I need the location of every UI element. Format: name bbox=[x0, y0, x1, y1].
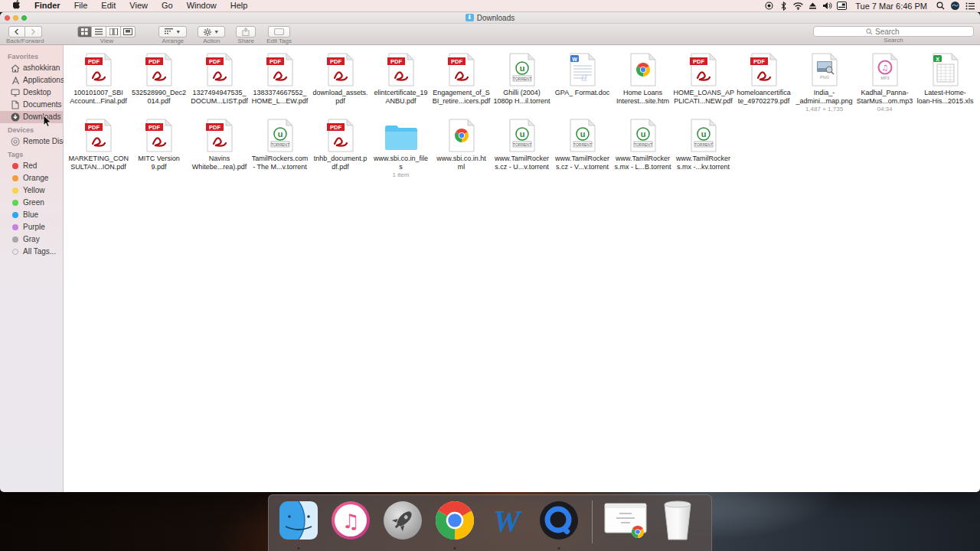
pdf-file-icon: PDF bbox=[85, 47, 113, 86]
record-icon[interactable] bbox=[763, 1, 775, 11]
file-item[interactable]: PDFHOME_LOANS_AP PLICATI...NEW.pdf bbox=[673, 47, 733, 112]
dock-item-chrome[interactable] bbox=[433, 500, 477, 544]
file-name: India_- _admini...map.png bbox=[795, 89, 852, 105]
menu-clock[interactable]: Tue 7 Mar 6:46 PM bbox=[851, 2, 932, 11]
file-item[interactable]: PDFtnhb_document.p df.pdf bbox=[310, 112, 371, 178]
word-icon: W bbox=[486, 500, 528, 544]
file-item[interactable]: WaGPA_ Format.doc bbox=[552, 47, 612, 112]
menu-item-window[interactable]: Window bbox=[180, 1, 224, 10]
sidebar-item-green[interactable]: Green bbox=[0, 197, 63, 209]
sidebar-item-remote-disc[interactable]: Remote Disc bbox=[0, 135, 63, 148]
apple-menu[interactable] bbox=[6, 0, 28, 12]
wifi-icon[interactable] bbox=[792, 1, 804, 11]
file-item[interactable]: www.sbi.co.in_file s1 item bbox=[371, 112, 431, 178]
applications-icon bbox=[11, 76, 20, 85]
back-button[interactable] bbox=[8, 26, 25, 37]
file-item[interactable]: PDFhomeloancertifica te_49702279.pdf bbox=[733, 47, 794, 112]
sidebar-item-orange[interactable]: Orange bbox=[0, 172, 63, 184]
zoom-button[interactable] bbox=[21, 15, 27, 21]
view-list-button[interactable] bbox=[92, 26, 106, 37]
menu-item-file[interactable]: File bbox=[67, 1, 95, 10]
finder-window: ⬇ Downloads Back/Forward View ▼ Arrange bbox=[0, 12, 980, 492]
sidebar-item-applications[interactable]: Applications bbox=[0, 74, 63, 86]
sidebar-item-ashokkiran[interactable]: ashokkiran bbox=[0, 62, 63, 74]
input-menu-icon[interactable] bbox=[836, 1, 848, 11]
dock-item-quicktime[interactable] bbox=[537, 500, 581, 544]
pdf-file-icon: PDF bbox=[387, 47, 415, 86]
close-button[interactable] bbox=[5, 15, 10, 21]
file-name: HOME_LOANS_AP PLICATI...NEW.pdf bbox=[674, 89, 733, 105]
sidebar-item-blue[interactable]: Blue bbox=[0, 209, 63, 221]
sidebar-item-yellow[interactable]: Yellow bbox=[0, 184, 63, 197]
sidebar-item-red[interactable]: Red bbox=[0, 160, 63, 172]
file-subtext: 1 item bbox=[393, 171, 410, 178]
file-item[interactable]: PDF1383374667552_ HOME_L...EW.pdf bbox=[250, 47, 310, 112]
svg-text:PDF: PDF bbox=[451, 58, 462, 65]
tag-icon bbox=[11, 223, 20, 232]
file-item[interactable]: PDFEngagement_of_S BI_retire...icers.pdf bbox=[431, 47, 492, 112]
trash-icon bbox=[661, 500, 694, 544]
menu-item-edit[interactable]: Edit bbox=[94, 1, 122, 10]
file-item[interactable]: uTORRENTwww.TamilRocker s.mx -...kv.torr… bbox=[673, 112, 733, 178]
eject-icon[interactable] bbox=[807, 1, 818, 11]
view-coverflow-button[interactable] bbox=[121, 26, 136, 37]
bluetooth-icon[interactable] bbox=[778, 1, 789, 11]
file-item[interactable]: PNGIndia_- _admini...map.png1,487 × 1,73… bbox=[794, 47, 854, 112]
dock-item-itunes[interactable]: ♫ bbox=[328, 500, 373, 544]
menu-item-help[interactable]: Help bbox=[224, 1, 255, 10]
window-title: Downloads bbox=[477, 14, 514, 22]
dock-item-trash[interactable] bbox=[655, 500, 700, 544]
file-item[interactable]: PDFelintcertificate_19 ANBU.pdf bbox=[371, 47, 431, 112]
chrome-icon bbox=[434, 500, 475, 544]
siri-icon[interactable] bbox=[949, 1, 961, 11]
file-item[interactable]: PDFMARKETING_CON SULTAN...ION.pdf bbox=[68, 112, 129, 178]
title-bar[interactable]: ⬇ Downloads bbox=[0, 12, 980, 24]
file-item[interactable]: uTORRENTwww.TamilRocker s.cz - U...v.tor… bbox=[492, 112, 552, 178]
file-item[interactable]: uTORRENTTamilRockers.com - The M...v.tor… bbox=[250, 112, 310, 178]
sidebar-item-downloads[interactable]: Downloads bbox=[0, 111, 63, 123]
file-item[interactable]: PDFMITC Version 9.pdf bbox=[129, 112, 189, 178]
edit-tags-button[interactable] bbox=[268, 26, 290, 37]
arrange-button[interactable]: ▼ bbox=[158, 26, 187, 37]
notification-center-icon[interactable] bbox=[964, 1, 975, 11]
file-item[interactable]: ♫MP3Kadhal_Panna- StarMus...om.mp304:34 bbox=[854, 47, 915, 112]
menu-item-go[interactable]: Go bbox=[155, 1, 180, 10]
volume-icon[interactable] bbox=[822, 1, 833, 11]
file-item[interactable]: uTORRENTGhilli (2004) 1080p H...il.torre… bbox=[492, 47, 552, 112]
svg-text:TORRENT: TORRENT bbox=[270, 142, 289, 147]
action-label: Action bbox=[203, 38, 220, 44]
torrent-file-icon: uTORRENT bbox=[569, 112, 596, 152]
dock-item-finder[interactable] bbox=[276, 500, 321, 544]
file-view[interactable]: PDF100101007_SBI Account...Final.pdfPDF5… bbox=[64, 45, 980, 492]
dock-item-word[interactable]: W bbox=[485, 500, 529, 544]
menu-item-view[interactable]: View bbox=[122, 1, 155, 10]
dock-item-launchpad[interactable] bbox=[381, 500, 425, 544]
minimize-button[interactable] bbox=[13, 15, 18, 21]
spotlight-icon[interactable] bbox=[935, 1, 946, 11]
menu-item-finder[interactable]: Finder bbox=[28, 0, 67, 11]
file-item[interactable]: XLatest-Home- loan-His...2015.xls bbox=[915, 47, 975, 112]
svg-text:PDF: PDF bbox=[270, 58, 281, 65]
file-item[interactable]: PDF1327494947535_ DOCUM...LIST.pdf bbox=[189, 47, 250, 112]
action-button[interactable]: ▼ bbox=[198, 26, 225, 37]
sidebar-item-documents[interactable]: Documents bbox=[0, 99, 63, 111]
file-item[interactable]: PDFdownload_assets. pdf bbox=[310, 47, 371, 112]
file-item[interactable]: PDF532528990_Dec2 014.pdf bbox=[129, 47, 189, 112]
dock-item-minimized-window[interactable] bbox=[603, 500, 648, 544]
view-columns-button[interactable] bbox=[106, 26, 121, 37]
view-icons-button[interactable] bbox=[77, 26, 92, 37]
file-item[interactable]: PDF100101007_SBI Account...Final.pdf bbox=[68, 47, 129, 112]
sidebar-item-desktop[interactable]: Desktop bbox=[0, 86, 63, 99]
sidebar-item-gray[interactable]: Gray bbox=[0, 233, 63, 246]
share-button[interactable] bbox=[236, 26, 256, 37]
file-item[interactable]: Home Loans Interest...site.htm bbox=[612, 47, 673, 112]
sidebar-item-all-tags-[interactable]: All Tags... bbox=[0, 246, 63, 258]
file-item[interactable]: uTORRENTwww.TamilRocker s.cz - V...v.tor… bbox=[552, 112, 612, 178]
sidebar-item-purple[interactable]: Purple bbox=[0, 221, 63, 233]
file-item[interactable]: www.sbi.co.in.ht ml bbox=[431, 112, 492, 178]
file-item[interactable]: uTORRENTwww.TamilRocker s.mx - L...B.tor… bbox=[612, 112, 673, 178]
file-item[interactable]: PDFNavins Whitebe...rea).pdf bbox=[189, 112, 250, 178]
forward-button[interactable] bbox=[25, 26, 42, 37]
search-input[interactable] bbox=[875, 28, 921, 36]
search-field[interactable] bbox=[813, 26, 974, 37]
